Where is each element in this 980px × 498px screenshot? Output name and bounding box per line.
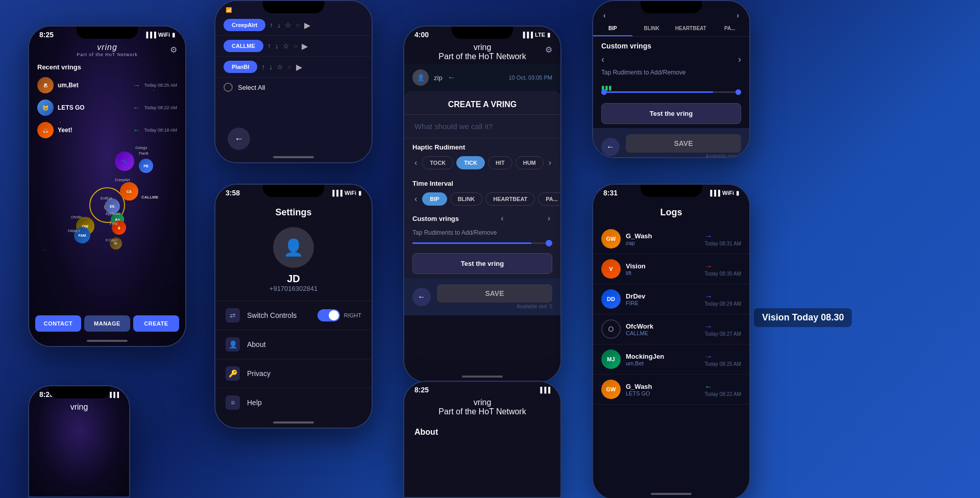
- log-time-val-mockingjen: Today 08:25 AM: [704, 361, 741, 367]
- create-button[interactable]: CREATE: [133, 315, 179, 332]
- toggle-label: RIGHT: [344, 312, 361, 318]
- list-item-callme: CALLME ↑ ↓ ☆ ○ ▶: [215, 36, 372, 57]
- log-time-val-drdev: Today 08:29 AM: [704, 301, 741, 307]
- settings-icon-4[interactable]: ⚙: [545, 45, 552, 55]
- arrow-mockingjen-icon: →: [704, 352, 713, 361]
- back-button[interactable]: ←: [228, 128, 250, 150]
- up-arrow-icon-2[interactable]: ↑: [267, 42, 271, 50]
- circle-icon-planbi[interactable]: ○: [287, 63, 291, 71]
- status-bar-8: 8:25 ▐▐▐: [404, 382, 560, 396]
- bubble-planb[interactable]: PB: [139, 159, 153, 173]
- time-nav-left[interactable]: ‹: [412, 194, 419, 204]
- pill-hum[interactable]: HUM: [516, 156, 544, 169]
- pill-bip[interactable]: BIP: [422, 192, 447, 206]
- settings-icon[interactable]: ⚙: [170, 45, 177, 55]
- save-button-4[interactable]: SAVE: [437, 284, 552, 303]
- select-circle[interactable]: [224, 83, 233, 92]
- up-arrow-icon[interactable]: ↑: [270, 21, 273, 29]
- switch-icon: ⇄: [226, 308, 240, 322]
- back-button-5[interactable]: ←: [601, 138, 620, 156]
- create-name-input[interactable]: What should we call it?: [404, 115, 560, 138]
- nav-right-5[interactable]: ›: [738, 54, 741, 65]
- vring-item-umbet: 🐶 um,Bet → Today 08:25 AM: [29, 74, 185, 96]
- tab-heartbeat[interactable]: HEARTBEAT: [671, 21, 710, 36]
- vring-time-umbet: Today 08:25 AM: [144, 83, 177, 88]
- slider-thumb[interactable]: [546, 240, 552, 246]
- app-subtitle: Part of the HoT Network: [29, 52, 185, 57]
- left-arrow-5[interactable]: ‹: [603, 11, 606, 19]
- app-name-8: vring: [404, 398, 560, 407]
- custom-nav-right[interactable]: ›: [546, 214, 552, 223]
- star-icon-creep[interactable]: ☆: [285, 21, 291, 29]
- creep-button[interactable]: CreepAlrt: [224, 19, 265, 31]
- status-icons-6: ▐▐▐ WiFi ▮: [708, 190, 739, 196]
- planbi-button[interactable]: PlanBI: [224, 61, 257, 73]
- star-icon-planbi[interactable]: ☆: [277, 63, 283, 71]
- settings-item-switch: ⇄ Switch Controls RIGHT: [215, 301, 372, 330]
- label-ofcwo: OfcWo...: [71, 215, 85, 219]
- vring-time-letsgo: Today 08:22 AM: [144, 105, 177, 110]
- back-button-4[interactable]: ←: [412, 288, 431, 306]
- label-family: FAMILY: [68, 229, 80, 233]
- signal-4: ▐▐▐: [521, 32, 533, 38]
- home-indicator-3: [273, 421, 314, 424]
- right-arrow-5[interactable]: ›: [737, 11, 739, 19]
- settings-item-help[interactable]: ≡ Help: [215, 388, 372, 417]
- nav-left-5[interactable]: ‹: [601, 54, 604, 65]
- tab-blink[interactable]: BLINK: [632, 21, 672, 36]
- profile-name: JD: [215, 273, 372, 285]
- circle-icon-creep[interactable]: ○: [296, 21, 300, 29]
- contact-button[interactable]: CONTACT: [35, 315, 81, 332]
- test-vring-button-5[interactable]: Test the vring: [601, 103, 741, 124]
- phone-main: 8:25 ▐▐▐ WiFi ▮ vring Part of the HoT Ne…: [28, 26, 186, 347]
- pill-tick[interactable]: TICK: [456, 156, 485, 169]
- settings-item-about[interactable]: 👤 About: [215, 330, 372, 359]
- down-arrow-icon-3[interactable]: ↓: [269, 63, 273, 71]
- save-button-5[interactable]: SAVE: [626, 134, 741, 153]
- pill-blink[interactable]: BLINK: [450, 192, 483, 206]
- down-arrow-icon-2[interactable]: ↓: [275, 42, 279, 50]
- down-arrow-icon[interactable]: ↓: [277, 21, 281, 29]
- tab-pa[interactable]: PA...: [710, 21, 750, 36]
- toggle-switch[interactable]: [317, 309, 340, 321]
- play-icon-creep[interactable]: ▶: [304, 20, 310, 30]
- play-icon-planbi[interactable]: ▶: [296, 62, 302, 72]
- avatar-umbet: 🐶: [37, 77, 54, 93]
- test-vring-button[interactable]: Test the vring: [412, 253, 552, 274]
- status-time-6: 8:31: [603, 189, 618, 197]
- vring-name-umbet: um,Bet: [58, 82, 129, 89]
- slider-track[interactable]: [412, 242, 552, 244]
- log-time-mockingjen: → Today 08:25 AM: [704, 352, 741, 367]
- pill-heartbeat[interactable]: HEARTBEAT: [485, 192, 535, 206]
- tab-bip[interactable]: BIP: [593, 21, 632, 36]
- phone-create-vring: 4:00 ▐▐▐ LTE ▮ vring Part of the HoT Net…: [403, 26, 561, 383]
- vring-item-yeet: 🦊 Yeet! ← Today 08:18 AM: [29, 119, 185, 141]
- profile-phone: +917016302841: [215, 285, 372, 292]
- haptic-nav-right[interactable]: ›: [547, 158, 553, 167]
- privacy-label: Privacy: [247, 369, 361, 378]
- callme-button[interactable]: CALLME: [224, 40, 263, 52]
- haptic-nav-left[interactable]: ‹: [412, 158, 419, 167]
- circle-icon-callme[interactable]: ○: [293, 42, 298, 50]
- slider-track-5[interactable]: [601, 91, 741, 93]
- custom-vrings-label: Custom vrings: [412, 215, 459, 222]
- logs-title: Logs: [593, 199, 749, 224]
- log-sub-drdev: FIRE: [626, 300, 699, 306]
- status-icons-8: ▐▐▐: [538, 387, 550, 393]
- pill-pa[interactable]: PA...: [538, 192, 560, 206]
- pill-hit[interactable]: HIT: [488, 156, 512, 169]
- manage-button[interactable]: MANAGE: [84, 315, 130, 332]
- log-time-val-gwash1: Today 08:31 AM: [704, 241, 741, 246]
- bubble-creep[interactable]: CA: [120, 182, 138, 201]
- play-icon-callme[interactable]: ▶: [302, 41, 308, 51]
- pill-tock[interactable]: TOCK: [422, 156, 453, 169]
- contact-date-zip: 10 Oct, 03:05 PM: [508, 74, 552, 81]
- log-info-ofcwork: OfcWork CALLME: [626, 322, 699, 336]
- bubble-gdogs[interactable]: 🐾: [115, 152, 134, 171]
- up-arrow-icon-3[interactable]: ↑: [261, 63, 265, 71]
- settings-item-privacy[interactable]: 🔑 Privacy: [215, 359, 372, 388]
- status-icons-3: ▐▐▐ WiFi ▮: [330, 190, 361, 196]
- custom-nav-left[interactable]: ‹: [499, 214, 505, 223]
- star-icon-callme[interactable]: ☆: [283, 42, 289, 50]
- select-all-label[interactable]: Select All: [238, 84, 265, 91]
